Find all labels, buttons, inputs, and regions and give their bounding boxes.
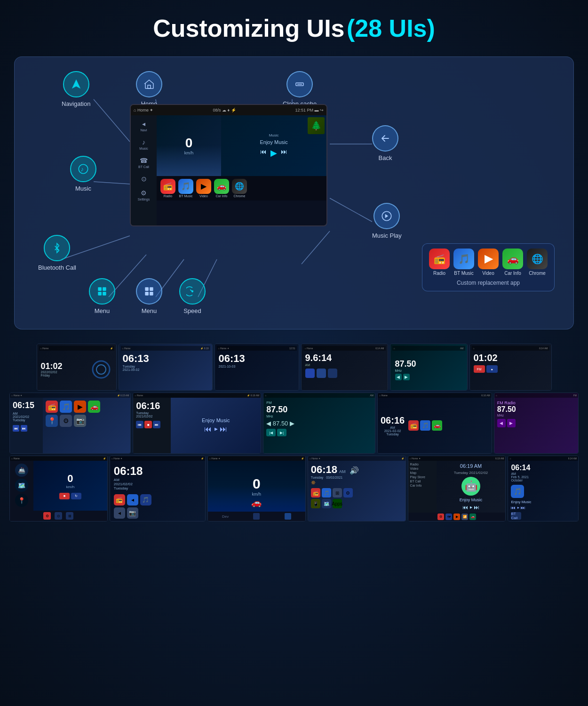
custom-app-row: 📻 Radio 🎵 BT Music ▶ Video 🚗 Car Info 🌐 … [429, 249, 548, 276]
play-btn[interactable]: ▶ [270, 148, 277, 158]
app-video[interactable]: ▶ Video [196, 179, 211, 198]
custom-carinfo[interactable]: 🚗 Car Info [502, 249, 523, 276]
custom-radio-label: Radio [433, 271, 445, 276]
svg-rect-19 [103, 287, 106, 291]
navigation-icon[interactable] [63, 71, 89, 97]
screenshots-row-1: ⌂ Home⚡ 01:02 2022/02/02Friday ⌂ Home⚡ 6… [9, 344, 579, 391]
chrome-icon[interactable]: 🌐 [232, 179, 247, 194]
app-radio[interactable]: 📻 Radio [160, 179, 175, 198]
speed-icon[interactable] [179, 278, 206, 305]
diagram-box: Navigation Home Clean cache Back [14, 56, 574, 329]
music-icon[interactable]: ♪ [70, 156, 96, 182]
screenshot-2-4: ⌂ Home6:16 AM 06:16 AM2021-02-02Tuesday … [377, 393, 492, 454]
clean-cache-item[interactable]: Clean cache [283, 71, 317, 107]
app-carinfo[interactable]: 🚗 Car Info [214, 179, 229, 198]
nav-settings-dot[interactable]: ⊙ [131, 172, 157, 185]
custom-chrome-icon[interactable]: 🌐 [527, 249, 548, 269]
enjoy-music: Enjoy Music [260, 139, 287, 145]
video-icon[interactable]: ▶ [196, 179, 211, 194]
speed-label: Speed [183, 307, 201, 314]
video-label: Video [199, 194, 208, 198]
nav-settings[interactable]: ⚙ Settings [131, 186, 157, 204]
chrome-label: Chrome [234, 194, 246, 198]
music-play-label: Music Play [372, 232, 402, 239]
music-play-item[interactable]: Music Play [372, 203, 402, 239]
screenshot-1-3: ⌂ Home ✦12:51 06:13 2021-10-03 [215, 344, 299, 391]
navigation-label: Navigation [62, 100, 90, 107]
menu2-label: Menu [142, 307, 157, 314]
back-label: Back [379, 154, 392, 161]
screenshot-1-4: ⌂ Home6:14 AM 9.6:14 AM [301, 344, 388, 391]
carinfo-label: Car Info [216, 194, 228, 198]
nav-btcall[interactable]: ☎ BT Call [131, 154, 157, 171]
radio-icon[interactable]: 📻 [160, 179, 175, 194]
next-btn[interactable]: ⏭ [281, 148, 287, 158]
screenshot-2-5: ⌂FM FM Radio 87.50 MHz ◀ ▶ [494, 393, 579, 454]
svg-rect-23 [150, 287, 153, 291]
music-item[interactable]: ♪ Music [70, 156, 96, 192]
menu1-label: Menu [95, 307, 110, 314]
svg-rect-24 [145, 292, 149, 296]
back-icon[interactable] [372, 125, 398, 152]
carinfo-icon[interactable]: 🚗 [214, 179, 229, 194]
bluetooth-icon[interactable] [44, 235, 70, 261]
btmusic-icon[interactable]: 🎵 [178, 179, 193, 194]
speed-unit: km/h [184, 151, 194, 155]
bluetooth-label: Bluetooth Call [38, 264, 76, 271]
screen-status-right: 12:51 PM ▬ ↪ [295, 108, 324, 112]
custom-btmusic[interactable]: 🎵 BT Music [453, 249, 474, 276]
prev-btn[interactable]: ⏮ [260, 148, 267, 158]
nav-music[interactable]: ♪ Music [131, 136, 157, 153]
custom-video-icon[interactable]: ▶ [478, 249, 499, 269]
menu1-icon[interactable] [89, 278, 115, 305]
svg-rect-25 [150, 292, 153, 296]
menu2-item[interactable]: Menu [136, 278, 162, 314]
menu2-icon[interactable] [136, 278, 162, 305]
music-controls: ⏮ ▶ ⏭ [260, 148, 287, 158]
custom-app-box: 📻 Radio 🎵 BT Music ▶ Video 🚗 Car Info 🌐 … [422, 243, 555, 291]
radio-label: Radio [164, 194, 172, 198]
home-item[interactable]: Home [136, 71, 162, 107]
custom-app-caption: Custom replacement app [457, 280, 520, 286]
svg-line-5 [330, 198, 372, 222]
screen-statusbar: ⌂ Home ✦ 08/s ☁ ♦ ⚡ 12:51 PM ▬ ↪ [131, 105, 326, 115]
back-item[interactable]: Back [372, 125, 398, 161]
custom-chrome[interactable]: 🌐 Chrome [527, 249, 548, 276]
custom-radio[interactable]: 📻 Radio [429, 249, 450, 276]
home-icon[interactable] [136, 71, 162, 97]
nav-navi[interactable]: ◂ Navi [131, 117, 157, 135]
menu1-item[interactable]: Menu [89, 278, 115, 314]
screenshot-1-6: ⌂6:14 AM 01:02 FM ● [469, 344, 552, 391]
custom-chrome-label: Chrome [529, 271, 546, 276]
app-btmusic[interactable]: 🎵 BT Music [178, 179, 193, 198]
custom-btmusic-icon[interactable]: 🎵 [453, 249, 474, 269]
custom-radio-icon[interactable]: 📻 [429, 249, 450, 269]
speed-item[interactable]: Speed [179, 278, 206, 314]
screenshot-3-1: ⌂ Home⚡ 🚢 🗺️ 📍 0 km/h ■ ↻ [9, 456, 108, 521]
custom-btmusic-label: BT Music [454, 271, 474, 276]
screenshot-2-3: ⌂AM FM 87.50 MHz ◀ 87.50 ▶ |◀ ▶| [263, 393, 375, 454]
custom-carinfo-icon[interactable]: 🚗 [502, 249, 523, 269]
svg-rect-22 [145, 287, 149, 291]
screenshot-3-6: ⌂6:14 AM 06:14 AMFeb 5, 2021October 🎵 En… [508, 456, 579, 521]
navigation-item[interactable]: Navigation [62, 71, 90, 107]
clean-cache-icon[interactable] [286, 71, 313, 97]
screen-sidebar: ◂ Navi ♪ Music ☎ BT Call ⊙ ⚙ Settings [131, 115, 157, 225]
screenshot-2-2: ⌂ Home⚡ 6:16 AM 06:16 Tuesday2021/02/02 … [133, 393, 261, 454]
bluetooth-item[interactable]: Bluetooth Call [38, 235, 76, 271]
screen-top: 0 km/h 🌲 Music Enjoy Music ⏮ ▶ ⏭ [157, 115, 326, 176]
custom-video-label: Video [482, 271, 494, 276]
svg-point-26 [191, 290, 193, 292]
title-accent: (28 UIs) [347, 15, 435, 42]
screen-body: ◂ Navi ♪ Music ☎ BT Call ⊙ ⚙ Settings [131, 115, 326, 225]
music-label: Music [75, 185, 91, 192]
screenshot-3-5: ⌂ Home ✦6:19 AM Radio Video Map Play Sto… [408, 456, 506, 521]
custom-video[interactable]: ▶ Video [478, 249, 499, 276]
screenshot-1-5: ⌂AM 87.50 MHz ◀ ▶ [390, 344, 468, 391]
screenshot-1-2: ⌂ Home⚡ 6:19 06:13 Tuesday2021-09-02 [119, 344, 213, 391]
svg-rect-20 [98, 292, 102, 296]
screenshot-2-1: ⌂ Home ✦⚡ 6:15 AM 06:15 AM2021/02/02Tues… [9, 393, 131, 454]
svg-point-27 [93, 361, 110, 378]
app-chrome[interactable]: 🌐 Chrome [232, 179, 247, 198]
music-play-icon[interactable] [373, 203, 400, 229]
